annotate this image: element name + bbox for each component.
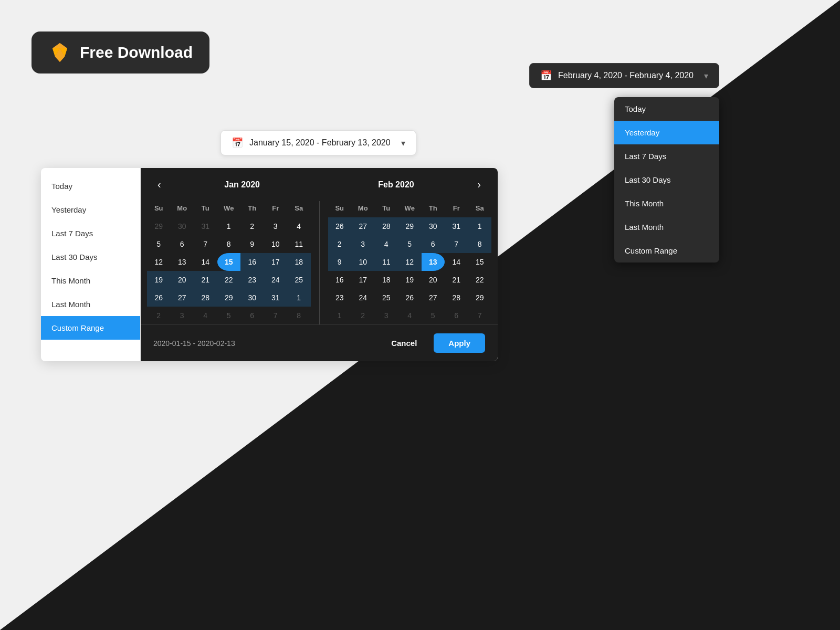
calendar-day[interactable]: 13	[422, 253, 445, 271]
calendar-day[interactable]: 14	[194, 253, 217, 271]
calendar-day[interactable]: 5	[422, 307, 445, 324]
calendar-day[interactable]: 11	[287, 235, 311, 253]
calendar-day[interactable]: 16	[240, 253, 264, 271]
calendar-day[interactable]: 30	[171, 217, 194, 235]
calendar-day[interactable]: 31	[264, 289, 288, 307]
calendar-day[interactable]: 31	[194, 217, 217, 235]
calendar-day[interactable]: 22	[217, 271, 241, 289]
calendar-day[interactable]: 4	[287, 217, 311, 235]
calendar-day[interactable]: 27	[351, 217, 375, 235]
calendar-day[interactable]: 4	[375, 235, 398, 253]
calendar-day[interactable]: 8	[217, 235, 241, 253]
calendar-day[interactable]: 21	[445, 271, 468, 289]
calendar-day[interactable]: 16	[328, 271, 352, 289]
dark-menu-item-today[interactable]: Today	[614, 97, 719, 121]
calendar-day[interactable]: 25	[287, 271, 311, 289]
calendar-day[interactable]: 3	[264, 217, 288, 235]
calendar-day[interactable]: 9	[240, 235, 264, 253]
dark-menu-item-yesterday[interactable]: Yesterday	[614, 121, 719, 144]
sidebar-item-last-30-days[interactable]: Last 30 Days	[41, 245, 140, 269]
calendar-day[interactable]: 2	[328, 235, 352, 253]
calendar-day[interactable]: 29	[398, 217, 422, 235]
calendar-day[interactable]: 7	[468, 307, 492, 324]
calendar-day[interactable]: 15	[468, 253, 492, 271]
next-month-button[interactable]: ›	[473, 176, 485, 193]
calendar-day[interactable]: 5	[147, 235, 171, 253]
apply-button[interactable]: Apply	[434, 333, 485, 353]
calendar-day[interactable]: 4	[194, 307, 217, 324]
calendar-day[interactable]: 7	[445, 235, 468, 253]
calendar-day[interactable]: 28	[194, 289, 217, 307]
prev-month-button[interactable]: ‹	[153, 176, 165, 193]
calendar-day[interactable]: 1	[328, 307, 352, 324]
calendar-day[interactable]: 22	[468, 271, 492, 289]
calendar-day[interactable]: 8	[287, 307, 311, 324]
calendar-day[interactable]: 1	[287, 289, 311, 307]
calendar-day[interactable]: 5	[398, 235, 422, 253]
calendar-day[interactable]: 29	[468, 289, 492, 307]
calendar-day[interactable]: 1	[468, 217, 492, 235]
calendar-day[interactable]: 9	[328, 253, 352, 271]
calendar-day[interactable]: 23	[240, 271, 264, 289]
calendar-day[interactable]: 19	[398, 271, 422, 289]
dark-menu-item-last-7-days[interactable]: Last 7 Days	[614, 144, 719, 168]
calendar-day[interactable]: 18	[287, 253, 311, 271]
sidebar-item-custom-range[interactable]: Custom Range	[41, 316, 140, 340]
dark-menu-item-custom-range[interactable]: Custom Range	[614, 239, 719, 262]
sidebar-item-last-month[interactable]: Last Month	[41, 292, 140, 316]
calendar-day[interactable]: 19	[147, 271, 171, 289]
calendar-day[interactable]: 26	[147, 289, 171, 307]
calendar-day[interactable]: 24	[264, 271, 288, 289]
dark-menu-item-this-month[interactable]: This Month	[614, 192, 719, 215]
calendar-day[interactable]: 29	[217, 289, 241, 307]
calendar-day[interactable]: 6	[445, 307, 468, 324]
calendar-day[interactable]: 14	[445, 253, 468, 271]
calendar-day[interactable]: 2	[240, 217, 264, 235]
cancel-button[interactable]: Cancel	[383, 334, 425, 352]
calendar-day[interactable]: 12	[147, 253, 171, 271]
calendar-day[interactable]: 21	[194, 271, 217, 289]
dark-date-trigger[interactable]: 📅 February 4, 2020 - February 4, 2020 ▾	[529, 63, 719, 88]
calendar-day[interactable]: 17	[351, 271, 375, 289]
calendar-day[interactable]: 5	[217, 307, 241, 324]
calendar-day[interactable]: 29	[147, 217, 171, 235]
calendar-day[interactable]: 2	[147, 307, 171, 324]
calendar-day[interactable]: 3	[351, 235, 375, 253]
calendar-day[interactable]: 8	[468, 235, 492, 253]
calendar-day[interactable]: 3	[375, 307, 398, 324]
sidebar-item-this-month[interactable]: This Month	[41, 269, 140, 292]
calendar-day[interactable]: 30	[240, 289, 264, 307]
calendar-day[interactable]: 18	[375, 271, 398, 289]
calendar-day[interactable]: 4	[398, 307, 422, 324]
calendar-day[interactable]: 10	[264, 235, 288, 253]
calendar-day[interactable]: 2	[351, 307, 375, 324]
calendar-day[interactable]: 24	[351, 289, 375, 307]
calendar-day[interactable]: 11	[375, 253, 398, 271]
calendar-day[interactable]: 26	[328, 217, 352, 235]
calendar-day[interactable]: 20	[422, 271, 445, 289]
calendar-day[interactable]: 12	[398, 253, 422, 271]
calendar-day[interactable]: 26	[398, 289, 422, 307]
calendar-day[interactable]: 31	[445, 217, 468, 235]
calendar-day[interactable]: 10	[351, 253, 375, 271]
calendar-day[interactable]: 30	[422, 217, 445, 235]
calendar-day[interactable]: 1	[217, 217, 241, 235]
calendar-day[interactable]: 6	[422, 235, 445, 253]
calendar-day[interactable]: 28	[445, 289, 468, 307]
calendar-day[interactable]: 27	[422, 289, 445, 307]
calendar-day[interactable]: 23	[328, 289, 352, 307]
calendar-day[interactable]: 25	[375, 289, 398, 307]
calendar-day[interactable]: 3	[171, 307, 194, 324]
calendar-day[interactable]: 17	[264, 253, 288, 271]
sidebar-item-yesterday[interactable]: Yesterday	[41, 198, 140, 222]
calendar-day[interactable]: 15	[217, 253, 241, 271]
dark-menu-item-last-month[interactable]: Last Month	[614, 215, 719, 239]
calendar-day[interactable]: 28	[375, 217, 398, 235]
calendar-day[interactable]: 6	[240, 307, 264, 324]
dark-menu-item-last-30-days[interactable]: Last 30 Days	[614, 168, 719, 192]
calendar-day[interactable]: 6	[171, 235, 194, 253]
calendar-day[interactable]: 13	[171, 253, 194, 271]
calendar-day[interactable]: 7	[264, 307, 288, 324]
calendar-day[interactable]: 7	[194, 235, 217, 253]
calendar-day[interactable]: 20	[171, 271, 194, 289]
